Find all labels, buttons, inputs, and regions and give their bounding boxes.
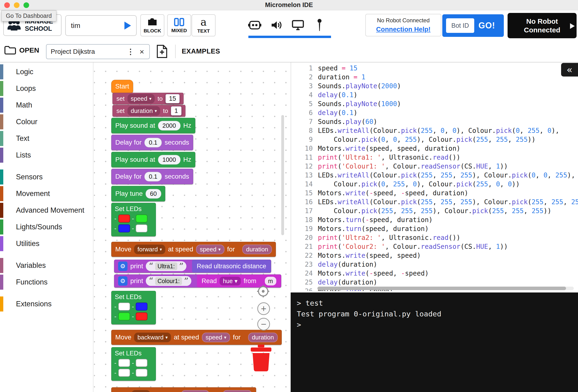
go-button[interactable]: GO!: [479, 21, 495, 31]
gear-icon[interactable]: ⚙: [118, 261, 128, 271]
led-color-swatch[interactable]: [118, 224, 130, 232]
open-button[interactable]: OPEN: [4, 46, 39, 55]
speed-variable-pill[interactable]: speed ▾: [181, 390, 209, 392]
speed-variable-pill[interactable]: speed ▾: [202, 333, 230, 342]
sidebar-item-advanced-movement[interactable]: Advanced Movement: [0, 203, 93, 218]
new-file-button[interactable]: [156, 45, 168, 59]
block-canvas[interactable]: Start set speed ▾ to 15 set duration ▾ t…: [94, 62, 291, 392]
device-tab-robot[interactable]: [248, 20, 262, 31]
sidebar-item-math[interactable]: Math: [0, 98, 93, 113]
code-editor-panel[interactable]: 1speed = 152duration = 13Sounds.playNote…: [291, 62, 578, 291]
scrollbar-thumb[interactable]: [317, 287, 566, 290]
block-delay-2[interactable]: Delay for 0.1 seconds: [111, 169, 193, 184]
sidebar-item-text[interactable]: Text: [0, 131, 93, 146]
connection-help-link[interactable]: Connection Help!: [376, 26, 431, 33]
sidebar-item-loops[interactable]: Loops: [0, 81, 93, 96]
trash-button[interactable]: [250, 344, 272, 373]
led-color-swatch[interactable]: [118, 302, 130, 311]
sidebar-item-colour[interactable]: Colour: [0, 114, 93, 129]
mode-button-text[interactable]: a TEXT: [192, 14, 216, 36]
tab-menu-icon[interactable]: ⋮: [125, 47, 136, 56]
block-play-sound-1000[interactable]: Play sound at 1000 Hz: [111, 152, 195, 167]
device-tab-display[interactable]: [291, 20, 305, 31]
mode-button-block[interactable]: BLOCK: [140, 14, 164, 36]
block-start[interactable]: Start: [111, 80, 133, 93]
led-color-swatch[interactable]: [118, 215, 130, 223]
block-print-ultra1[interactable]: ⚙ print “ Ultra1: ” Read ultrasonic dist…: [114, 260, 271, 273]
value-input[interactable]: 1000: [158, 155, 181, 165]
student-select[interactable]: tim: [65, 15, 137, 36]
block-move-backward[interactable]: Move backward ▾ at speed speed ▾ for dur…: [111, 330, 282, 345]
value-input[interactable]: 1: [171, 106, 182, 115]
mode-button-mixed[interactable]: MIXED: [167, 14, 191, 36]
gear-icon[interactable]: ⚙: [118, 276, 128, 286]
variable-dropdown[interactable]: duration ▾: [128, 106, 160, 116]
device-tab-sound[interactable]: [270, 20, 283, 30]
block-print-colour1[interactable]: ⚙ print “ Colour1: ” Read hue ▾ from m: [114, 274, 281, 288]
collapse-panel-button[interactable]: «: [561, 63, 578, 77]
sensor-arg[interactable]: m: [265, 277, 276, 286]
recenter-button[interactable]: [257, 285, 270, 298]
sidebar-item-lights-sounds[interactable]: Lights/Sounds: [0, 219, 93, 235]
value-input[interactable]: 0.1: [144, 138, 162, 147]
led-color-swatch[interactable]: [118, 359, 130, 367]
sidebar-item-sensors[interactable]: Sensors: [0, 169, 93, 185]
sidebar-item-extensions[interactable]: Extensions: [0, 296, 93, 311]
sidebar-item-functions[interactable]: Functions: [0, 275, 93, 290]
tab-close-icon[interactable]: ×: [139, 48, 145, 55]
device-tab-pin[interactable]: [313, 19, 326, 31]
block-turn-left[interactable]: Turn left ▾ at speed speed ▾ for duratio…: [111, 387, 256, 392]
bot-id-input[interactable]: Bot ID: [446, 18, 474, 33]
duration-variable-pill[interactable]: duration: [242, 245, 272, 254]
speed-variable-pill[interactable]: speed ▾: [196, 245, 224, 254]
value-input[interactable]: 15: [165, 94, 180, 103]
block-set-leds-1[interactable]: Set LEDs - - - -: [111, 203, 156, 236]
sidebar-item-movement[interactable]: Movement: [0, 186, 93, 201]
duration-variable-pill[interactable]: duration: [223, 390, 252, 392]
led-color-swatch[interactable]: [136, 369, 147, 377]
direction-dropdown[interactable]: forward ▾: [134, 245, 165, 254]
variable-dropdown[interactable]: speed ▾: [128, 94, 155, 103]
block-play-tune[interactable]: Play tune 60: [111, 186, 165, 201]
zoom-window-button[interactable]: [23, 2, 29, 8]
sidebar-item-logic[interactable]: Logic: [0, 64, 93, 79]
led-color-swatch[interactable]: [136, 224, 147, 232]
block-delay-1[interactable]: Delay for 0.1 seconds: [111, 135, 193, 150]
zoom-out-button[interactable]: −: [257, 318, 270, 331]
block-play-sound-2000[interactable]: Play sound at 2000 Hz: [111, 118, 195, 133]
examples-button[interactable]: EXAMPLES: [182, 48, 220, 55]
zoom-in-button[interactable]: +: [257, 302, 270, 315]
led-color-swatch[interactable]: [136, 215, 147, 223]
minimize-window-button[interactable]: [14, 2, 19, 8]
value-input[interactable]: 2000: [158, 121, 181, 131]
duration-variable-pill[interactable]: duration: [248, 333, 278, 342]
led-color-swatch[interactable]: [136, 359, 147, 367]
text-value-block[interactable]: “ Ultra1: ”: [146, 261, 186, 271]
block-set-duration[interactable]: set duration ▾ to 1: [112, 105, 186, 117]
no-robot-connected-button[interactable]: No Robot Connected: [508, 13, 577, 38]
led-color-swatch[interactable]: [136, 302, 147, 311]
text-value-block[interactable]: “ Colour1: ”: [146, 276, 191, 286]
code-horizontal-scrollbar[interactable]: [317, 287, 574, 290]
block-move-forward[interactable]: Move forward ▾ at speed speed ▾ for dura…: [111, 242, 276, 257]
block-set-speed[interactable]: set speed ▾ to 15: [112, 93, 184, 104]
value-input[interactable]: 0.1: [144, 172, 162, 181]
sidebar-item-lists[interactable]: Lists: [0, 148, 93, 163]
direction-dropdown[interactable]: backward ▾: [134, 333, 171, 342]
led-color-swatch[interactable]: [136, 312, 147, 320]
value-input[interactable]: 60: [145, 189, 161, 198]
project-tab[interactable]: Project Dijkstra ⋮ ×: [46, 44, 150, 59]
sidebar-item-variables[interactable]: Variables: [0, 258, 93, 273]
led-color-swatch[interactable]: [118, 312, 130, 320]
block-set-leds-3[interactable]: Set LEDs - - - -: [111, 347, 156, 381]
sidebar-item-utilities[interactable]: Utilities: [0, 236, 93, 251]
console-terminal[interactable]: > testTest program 0-original.py loaded>: [291, 293, 578, 392]
block-read-ultrasonic[interactable]: Read ultrasonic distance: [192, 260, 271, 273]
block-set-leds-2[interactable]: Set LEDs - - - -: [111, 291, 156, 324]
led-color-swatch[interactable]: [118, 369, 130, 377]
close-window-button[interactable]: [4, 2, 10, 8]
play-icon[interactable]: [124, 22, 131, 30]
canvas-scrollbar[interactable]: [281, 115, 284, 235]
direction-dropdown[interactable]: left ▾: [132, 390, 150, 392]
channel-dropdown[interactable]: hue ▾: [220, 277, 241, 286]
